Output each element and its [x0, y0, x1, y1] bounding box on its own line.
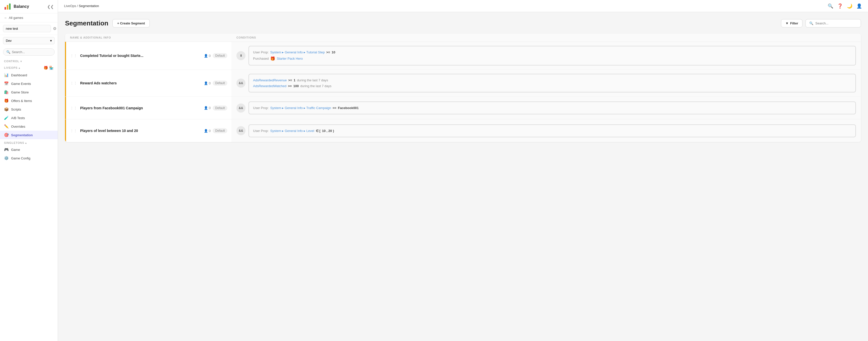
- game-name-input[interactable]: [3, 25, 51, 32]
- gift-icon[interactable]: 🎁: [43, 66, 48, 70]
- users-count: 0: [209, 106, 211, 110]
- cond-op: ==: [333, 106, 337, 110]
- store-icon: 🛍️: [4, 90, 8, 95]
- cond-prop: AdsRewardedWatched: [253, 84, 286, 88]
- segment-name: Reward Ads watchers: [80, 81, 201, 85]
- sidebar-item-game-config[interactable]: ⚙️ Game Config: [0, 154, 58, 163]
- cond-path: System ▸ General Info ▸ Tutorial Step: [270, 50, 324, 54]
- sidebar-item-label: Segmentation: [11, 133, 54, 137]
- chevron-up-icon: ▴: [25, 141, 27, 144]
- sidebar: Balancy ❮❮ ← All games ⚙ Dev ▾ 🔍 CONTROL…: [0, 0, 58, 341]
- game-selector: ⚙: [0, 23, 58, 35]
- segment-meta: 👤 0 Default: [204, 53, 227, 58]
- singletons-section-label[interactable]: SINGLETONS ▴: [0, 139, 58, 145]
- segment-badge: Default: [213, 53, 227, 58]
- segment-left-col: ⋮⋮ Completed Tutorial or bought Starte..…: [65, 42, 231, 69]
- sidebar-item-ab-tests[interactable]: 🧪 A/B Tests: [0, 113, 58, 122]
- calendar-icon: 📅: [4, 81, 8, 86]
- segment-badge: Default: [213, 105, 227, 110]
- cond-link[interactable]: Starter Pack Hero: [277, 57, 303, 61]
- sidebar-item-label: Game Store: [11, 91, 54, 94]
- cond-value: 10 , 20 ): [322, 129, 334, 133]
- sidebar-item-dashboard[interactable]: 📊 Dashboard: [0, 71, 58, 79]
- sidebar-item-scripts[interactable]: 📦 Scripts: [0, 105, 58, 113]
- sidebar-item-label: Game Config: [11, 157, 54, 160]
- cond-type: Purchased: [253, 57, 269, 61]
- cond-prop: AdsRewardedRevenue: [253, 78, 287, 82]
- search-icon: 🔍: [6, 50, 10, 54]
- search-icon: 🔍: [809, 22, 813, 25]
- breadcrumb-current: Segmentation: [79, 4, 99, 8]
- drag-handle-icon[interactable]: ⋮⋮: [70, 54, 77, 58]
- users-count: 0: [209, 129, 211, 133]
- filter-button[interactable]: ▼ Filter: [781, 19, 803, 28]
- gear-icon[interactable]: ⚙: [53, 26, 57, 31]
- cond-op: ∈ [: [316, 129, 320, 133]
- segment-right-col: ⏸ User Prop: System ▸ General Info ▸ Tut…: [231, 42, 861, 69]
- sidebar-item-label: Dashboard: [11, 73, 54, 77]
- collapse-button[interactable]: ❮❮: [47, 4, 54, 9]
- segment-left-col: ⋮⋮ Players of level between 10 and 20 👤 …: [65, 120, 231, 142]
- segment-meta: 👤 0 Default: [204, 80, 227, 86]
- drag-handle-icon[interactable]: ⋮⋮: [70, 106, 77, 110]
- segment-name: Players from Facebook001 Campaign: [80, 106, 201, 110]
- create-segment-button[interactable]: + Create Segment: [113, 19, 150, 28]
- condition-block: && User Prop: System ▸ General Info ▸ Le…: [237, 125, 856, 137]
- search-input[interactable]: [815, 22, 858, 25]
- col-name-label: NAME & ADDITIONAL INFO: [70, 36, 237, 39]
- sidebar-search: 🔍: [3, 48, 55, 56]
- env-label: Dev: [6, 39, 11, 42]
- user-icon[interactable]: 👤: [857, 3, 862, 9]
- breadcrumb-parent[interactable]: LiveOps: [64, 4, 76, 8]
- filter-icon: ▼: [785, 22, 788, 25]
- page-title: Segmentation: [65, 20, 108, 27]
- drag-handle-icon[interactable]: ⋮⋮: [70, 129, 77, 133]
- sidebar-item-overrides[interactable]: ✏️ Overrides: [0, 122, 58, 131]
- store-icon[interactable]: 🏪: [49, 66, 54, 70]
- operator-badge: &&: [237, 103, 246, 112]
- back-link[interactable]: ← All games: [0, 13, 58, 23]
- topbar-actions: 🔍 ❓ 🌙 👤: [828, 3, 862, 9]
- cond-path: System ▸ General Info ▸ Level: [270, 129, 314, 133]
- table-row: ⋮⋮ Players of level between 10 and 20 👤 …: [65, 120, 861, 142]
- chevron-up-icon: ▴: [19, 67, 20, 69]
- page-header: Segmentation + Create Segment ▼ Filter 🔍: [65, 19, 861, 28]
- theme-icon[interactable]: 🌙: [847, 3, 852, 9]
- sidebar-search-input[interactable]: [12, 50, 54, 54]
- users-icon: 👤: [204, 81, 208, 85]
- sidebar-item-label: Game: [11, 148, 54, 151]
- overrides-icon: ✏️: [4, 124, 8, 129]
- help-icon[interactable]: ❓: [837, 3, 843, 9]
- sidebar-item-segmentation[interactable]: 🎯 Segmentation: [0, 131, 58, 139]
- sidebar-item-offers-items[interactable]: 🎁 Offers & Items: [0, 97, 58, 105]
- segment-meta: 👤 0 Default: [204, 105, 227, 110]
- sidebar-item-game-store[interactable]: 🛍️ Game Store: [0, 88, 58, 97]
- users-icon: 👤: [204, 54, 208, 58]
- logo-icon: [4, 3, 11, 10]
- cond-op: >=: [326, 50, 330, 54]
- svg-rect-1: [7, 5, 8, 9]
- app-name: Balancy: [13, 4, 44, 9]
- segment-badge: Default: [213, 128, 227, 133]
- users-count: 0: [209, 54, 211, 58]
- table-row: ⋮⋮ Completed Tutorial or bought Starte..…: [65, 42, 861, 70]
- sidebar-header: Balancy ❮❮: [0, 0, 58, 13]
- segment-users: 👤 0: [204, 106, 211, 110]
- drag-handle-icon[interactable]: ⋮⋮: [70, 81, 77, 85]
- control-section-label[interactable]: CONTROL ▾: [0, 58, 58, 64]
- condition-line: AdsRewardedRevenue >= 1 during the last …: [253, 77, 851, 83]
- sidebar-item-game-events[interactable]: 📅 Game Events: [0, 79, 58, 88]
- segmentation-icon: 🎯: [4, 133, 8, 137]
- cond-path: System ▸ General Info ▸ Traffic Campaign: [270, 106, 331, 110]
- conditions-list: User Prop: System ▸ General Info ▸ Level…: [248, 125, 856, 137]
- liveops-section-label[interactable]: LIVEOPS ▴ 🎁 🏪: [0, 64, 58, 71]
- back-label: All games: [9, 16, 23, 20]
- search-icon[interactable]: 🔍: [828, 3, 833, 9]
- condition-block: && User Prop: System ▸ General Info ▸ Tr…: [237, 102, 856, 114]
- cond-op: >=: [288, 84, 291, 88]
- env-selector[interactable]: Dev ▾: [3, 37, 55, 44]
- segment-badge: Default: [213, 80, 227, 86]
- sidebar-item-game[interactable]: 🎮 Game: [0, 145, 58, 154]
- segment-name: Players of level between 10 and 20: [80, 129, 201, 133]
- conditions-list: User Prop: System ▸ General Info ▸ Traff…: [248, 102, 856, 114]
